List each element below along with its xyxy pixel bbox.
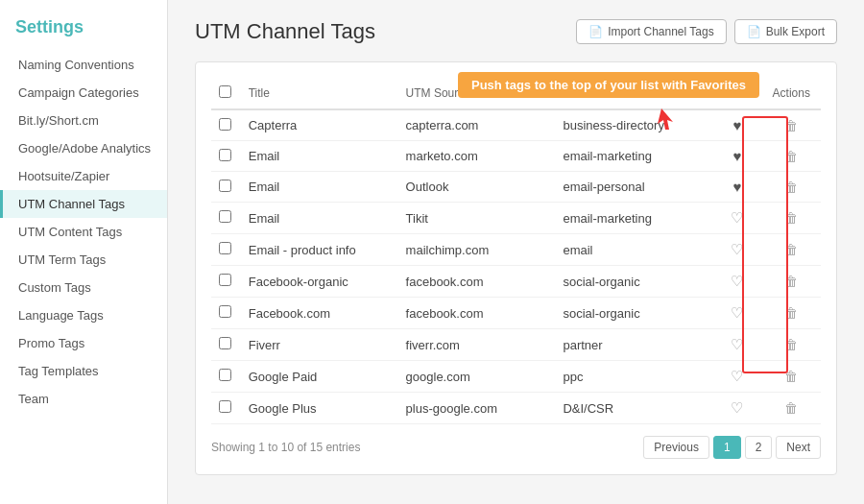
row-actions-5[interactable]: 🗑 <box>762 266 822 298</box>
sidebar-item-campaign-categories[interactable]: Campaign Categories <box>0 79 167 107</box>
heart-icon-9[interactable]: ♡ <box>731 399 743 417</box>
row-checkbox-5[interactable] <box>219 274 231 286</box>
sidebar-item-utm-channel-tags[interactable]: UTM Channel Tags <box>0 190 167 218</box>
delete-icon-0[interactable]: 🗑 <box>784 118 798 133</box>
row-actions-8[interactable]: 🗑 <box>762 361 822 393</box>
row-checkbox-6[interactable] <box>219 305 231 318</box>
row-checkbox-0[interactable] <box>219 118 231 131</box>
row-source-2: Outlook <box>398 172 556 203</box>
row-fav-0[interactable]: ♥ <box>712 109 761 141</box>
table-row: Facebook.com facebook.com social-organic… <box>211 298 821 329</box>
row-fav-4[interactable]: ♡ <box>712 234 761 266</box>
row-actions-3[interactable]: 🗑 <box>762 203 822 234</box>
row-actions-1[interactable]: 🗑 <box>762 141 822 172</box>
heart-icon-4[interactable]: ♡ <box>731 241 743 258</box>
heart-icon-7[interactable]: ♡ <box>731 336 743 353</box>
sidebar-item-hootsuite[interactable]: Hootsuite/Zapier <box>0 162 167 190</box>
row-check-4[interactable] <box>211 234 241 266</box>
row-checkbox-8[interactable] <box>219 369 231 381</box>
showing-text: Showing 1 to 10 of 15 entries <box>211 441 360 454</box>
delete-icon-8[interactable]: 🗑 <box>784 369 798 384</box>
heart-icon-3[interactable]: ♡ <box>731 209 743 227</box>
row-fav-2[interactable]: ♥ <box>712 172 761 203</box>
row-title-6: Facebook.com <box>241 298 398 329</box>
main-content: UTM Channel Tags 📄 Import Channel Tags 📄… <box>168 0 864 504</box>
delete-icon-9[interactable]: 🗑 <box>784 400 798 416</box>
row-medium-2: email-personal <box>555 172 712 203</box>
row-check-0[interactable] <box>211 109 241 141</box>
row-fav-8[interactable]: ♡ <box>712 361 761 393</box>
sidebar-item-custom-tags[interactable]: Custom Tags <box>0 274 167 301</box>
row-check-9[interactable] <box>211 393 241 424</box>
row-fav-5[interactable]: ♡ <box>712 266 761 298</box>
row-actions-9[interactable]: 🗑 <box>762 393 822 424</box>
row-source-1: marketo.com <box>398 141 556 172</box>
export-button[interactable]: 📄 Bulk Export <box>734 19 837 44</box>
row-check-2[interactable] <box>211 172 241 203</box>
row-source-3: Tikit <box>398 203 556 234</box>
next-page-button[interactable]: Next <box>776 436 821 459</box>
select-all-checkbox[interactable] <box>219 85 231 98</box>
sidebar-item-bitly[interactable]: Bit.ly/Short.cm <box>0 107 167 134</box>
page-1-button[interactable]: 1 <box>713 436 741 459</box>
row-fav-9[interactable]: ♡ <box>712 393 761 424</box>
row-checkbox-3[interactable] <box>219 210 231 223</box>
heart-icon-2[interactable]: ♥ <box>732 179 741 195</box>
row-check-3[interactable] <box>211 203 241 234</box>
export-icon: 📄 <box>747 25 761 38</box>
row-title-0: Capterra <box>241 109 398 141</box>
delete-icon-2[interactable]: 🗑 <box>784 180 798 195</box>
heart-icon-1[interactable]: ♥ <box>732 148 741 164</box>
row-check-6[interactable] <box>211 298 241 329</box>
sidebar-item-language-tags[interactable]: Language Tags <box>0 301 167 329</box>
row-check-1[interactable] <box>211 141 241 172</box>
row-medium-1: email-marketing <box>555 141 712 172</box>
row-actions-6[interactable]: 🗑 <box>762 298 822 329</box>
delete-icon-5[interactable]: 🗑 <box>784 274 798 289</box>
row-fav-7[interactable]: ♡ <box>712 329 761 361</box>
sidebar-item-utm-term-tags[interactable]: UTM Term Tags <box>0 246 167 274</box>
row-check-5[interactable] <box>211 266 241 298</box>
row-medium-8: ppc <box>555 361 712 393</box>
tooltip-banner: Push tags to the top of your list with F… <box>458 72 759 98</box>
prev-page-button[interactable]: Previous <box>643 436 709 459</box>
row-checkbox-9[interactable] <box>219 400 231 413</box>
delete-icon-1[interactable]: 🗑 <box>784 149 798 164</box>
row-checkbox-4[interactable] <box>219 242 231 254</box>
row-fav-6[interactable]: ♡ <box>712 298 761 329</box>
row-source-0: capterra.com <box>398 109 556 141</box>
sidebar-item-naming-conventions[interactable]: Naming Conventions <box>0 51 167 79</box>
row-checkbox-7[interactable] <box>219 337 231 349</box>
sidebar-item-promo-tags[interactable]: Promo Tags <box>0 329 167 357</box>
col-header-title[interactable]: Title <box>241 78 398 109</box>
heart-icon-6[interactable]: ♡ <box>731 304 743 322</box>
row-actions-4[interactable]: 🗑 <box>762 234 822 266</box>
sidebar-item-google-analytics[interactable]: Google/Adobe Analytics <box>0 134 167 162</box>
import-button[interactable]: 📄 Import Channel Tags <box>576 19 727 44</box>
row-medium-9: D&I/CSR <box>555 393 712 424</box>
sidebar-item-tag-templates[interactable]: Tag Templates <box>0 357 167 385</box>
sidebar-item-team[interactable]: Team <box>0 385 167 413</box>
channel-tags-table: Title UTM Source ⇵ UTM Medium ⇵ ♥ ⇵ <box>211 78 821 424</box>
row-checkbox-2[interactable] <box>219 180 231 192</box>
row-checkbox-1[interactable] <box>219 149 231 161</box>
delete-icon-3[interactable]: 🗑 <box>784 210 798 226</box>
row-actions-2[interactable]: 🗑 <box>762 172 822 203</box>
row-actions-0[interactable]: 🗑 <box>762 109 822 141</box>
row-check-7[interactable] <box>211 329 241 361</box>
page-2-button[interactable]: 2 <box>745 436 773 459</box>
delete-icon-7[interactable]: 🗑 <box>784 337 798 352</box>
delete-icon-6[interactable]: 🗑 <box>784 305 798 321</box>
sidebar-item-utm-content-tags[interactable]: UTM Content Tags <box>0 218 167 246</box>
sidebar-title: Settings <box>0 10 167 51</box>
row-fav-1[interactable]: ♥ <box>712 141 761 172</box>
heart-icon-0[interactable]: ♥ <box>732 117 741 133</box>
row-check-8[interactable] <box>211 361 241 393</box>
row-fav-3[interactable]: ♡ <box>712 203 761 234</box>
row-medium-5: social-organic <box>555 266 712 298</box>
delete-icon-4[interactable]: 🗑 <box>784 242 798 257</box>
heart-icon-5[interactable]: ♡ <box>731 273 743 290</box>
row-source-8: google.com <box>398 361 556 393</box>
row-actions-7[interactable]: 🗑 <box>762 329 822 361</box>
heart-icon-8[interactable]: ♡ <box>731 368 743 385</box>
